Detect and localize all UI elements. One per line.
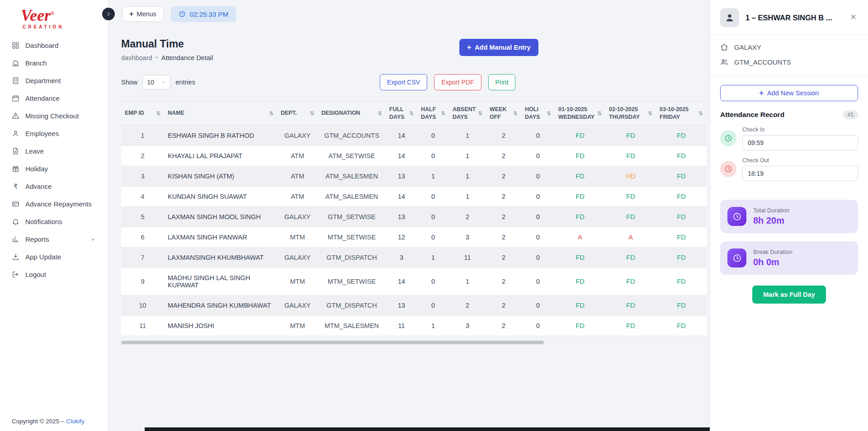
sort-icon[interactable]: ⇅ [547, 110, 551, 117]
day-status-cell[interactable]: FD [605, 145, 656, 166]
day-status-cell[interactable]: FD [555, 267, 605, 295]
horizontal-scrollbar[interactable] [121, 341, 710, 344]
breadcrumb-dashboard[interactable]: dashboard [121, 54, 152, 61]
check-out-input[interactable] [742, 166, 858, 181]
day-status-cell[interactable]: FD [605, 295, 656, 315]
column-header[interactable]: 01-10-2025 WEDNESDAY⇅ [555, 102, 605, 126]
day-status-cell[interactable]: FD [555, 206, 605, 227]
sort-icon[interactable]: ⇅ [156, 110, 160, 117]
sidebar-item-leave[interactable]: Leave [0, 142, 108, 160]
sort-icon[interactable]: ⇅ [478, 110, 482, 117]
column-header[interactable]: DESIGNATION⇅ [318, 102, 386, 126]
day-status-cell[interactable]: FD [656, 227, 707, 247]
day-status-cell[interactable]: FD [555, 186, 605, 206]
sort-icon[interactable]: ⇅ [409, 110, 414, 117]
day-status-cell[interactable]: HD [605, 166, 656, 186]
export-csv-button[interactable]: Export CSV [380, 74, 427, 90]
column-header[interactable]: HALF DAYS⇅ [417, 102, 449, 126]
day-status-cell[interactable]: FD [656, 315, 707, 336]
day-status-cell[interactable]: FD [555, 295, 605, 315]
sidebar-item-missing-checkout[interactable]: Missing Checkout [0, 107, 108, 125]
day-status-cell[interactable]: FD [555, 166, 605, 186]
day-status-cell[interactable]: FD [656, 125, 707, 145]
sidebar-item-holiday[interactable]: Holiday [0, 160, 108, 178]
sidebar-item-branch[interactable]: Branch [0, 54, 108, 72]
day-status-cell[interactable]: FD [605, 267, 656, 295]
sort-icon[interactable]: ⇅ [377, 110, 382, 117]
column-header[interactable]: DEPT.⇅ [277, 102, 318, 126]
day-status-cell[interactable]: FD [605, 186, 656, 206]
day-status-cell[interactable]: FD [555, 247, 605, 267]
column-header[interactable]: 03-10-2025 FRIDAY⇅ [656, 102, 707, 126]
page-size-select[interactable]: 10 [142, 75, 170, 89]
day-status-cell[interactable]: FD [656, 247, 707, 267]
clock-display[interactable]: 02:25:33 PM [171, 6, 236, 22]
table-row[interactable]: 5LAXMAN SINGH MOOL SINGHGALAXYGTM_SETWIS… [121, 206, 707, 227]
sort-icon[interactable]: ⇅ [441, 110, 445, 117]
scrollbar-thumb[interactable] [121, 341, 544, 344]
sidebar-item-advance[interactable]: ₹Advance [0, 178, 108, 195]
day-status-cell[interactable]: FD [656, 206, 707, 227]
sort-icon[interactable]: ⇅ [310, 110, 314, 117]
close-panel-button[interactable] [849, 12, 858, 23]
sidebar-item-advance-repayments[interactable]: Advance Repayments [0, 195, 108, 213]
sidebar-item-dashboard[interactable]: Dashboard [0, 37, 108, 54]
day-status-cell[interactable]: FD [555, 125, 605, 145]
add-new-session-button[interactable]: + Add New Session [720, 85, 858, 101]
sidebar-item-attendance[interactable]: Attendance [0, 89, 108, 107]
cell: LAXMAN SINGH MOOL SINGH [164, 206, 277, 227]
mark-full-day-button[interactable]: Mark as Full Day [752, 286, 826, 304]
sidebar-item-department[interactable]: Department [0, 72, 108, 89]
column-header[interactable]: 02-10-2025 THURSDAY⇅ [605, 102, 656, 126]
day-status-cell[interactable]: FD [605, 125, 656, 145]
day-status-cell[interactable]: FD [656, 166, 707, 186]
sidebar-item-notifications[interactable]: Notifications [0, 213, 108, 230]
cell: KISHAN SINGH (ATM) [164, 166, 277, 186]
day-status-cell[interactable]: FD [656, 267, 707, 295]
table-row[interactable]: 2KHAYALI LAL PRAJAPATATMATM_SETWISE14012… [121, 145, 707, 166]
sidebar-toggle-button[interactable] [101, 7, 116, 21]
column-header[interactable]: NAME⇅ [164, 102, 277, 126]
sidebar-item-employees[interactable]: Employees [0, 125, 108, 142]
table-row[interactable]: 3KISHAN SINGH (ATM)ATMATM_SALESMEN131120… [121, 166, 707, 186]
app-logo[interactable]: Veer® CREATION [0, 0, 108, 29]
add-manual-entry-button[interactable]: + Add Manual Entry [459, 39, 538, 56]
sort-icon[interactable]: ⇅ [648, 110, 652, 117]
day-status-cell[interactable]: FD [555, 145, 605, 166]
table-row[interactable]: 1ESHWAR SINGH B RATHODGALAXYGTM_ACCOUNTS… [121, 125, 707, 145]
day-status-cell[interactable]: A [555, 227, 605, 247]
table-row[interactable]: 6LAXMAN SINGH PANWARMTMMTM_SETWISE120320… [121, 227, 707, 247]
cell: 6 [121, 227, 164, 247]
column-header[interactable]: ABSENT DAYS⇅ [449, 102, 486, 126]
day-status-cell[interactable]: FD [605, 247, 656, 267]
sort-icon[interactable]: ⇅ [597, 110, 602, 117]
day-status-cell[interactable]: FD [555, 315, 605, 336]
column-header[interactable]: HOLI DAYS⇅ [521, 102, 555, 126]
column-header[interactable]: EMP ID⇅ [121, 102, 164, 126]
day-status-cell[interactable]: FD [656, 186, 707, 206]
day-status-cell[interactable]: A [605, 227, 656, 247]
day-status-cell[interactable]: FD [656, 145, 707, 166]
table-row[interactable]: 9MADHU SINGH LAL SINGH KUPAWATMTMMTM_SET… [121, 267, 707, 295]
print-button[interactable]: Print [488, 74, 516, 90]
day-status-cell[interactable]: FD [605, 206, 656, 227]
sidebar-item-app-update[interactable]: App Update [0, 248, 108, 266]
table-row[interactable]: 4KUNDAN SINGH SUAWATATMATM_SALESMEN14012… [121, 186, 707, 206]
sort-icon[interactable]: ⇅ [513, 110, 518, 117]
day-status-cell[interactable]: FD [656, 295, 707, 315]
table-row[interactable]: 10MAHENDRA SINGH KUMBHAWATGALAXYGTM_DISP… [121, 295, 707, 315]
sidebar-item-logout[interactable]: Logout [0, 266, 108, 283]
sidebar-item-reports[interactable]: Reports [0, 230, 108, 248]
cell: GALAXY [277, 125, 318, 145]
table-row[interactable]: 7LAXMANSINGH KHUMBHAWATGALAXYGTM_DISPATC… [121, 247, 707, 267]
sort-icon[interactable]: ⇅ [269, 110, 274, 117]
menus-button[interactable]: + Menus [122, 6, 164, 22]
check-in-input[interactable] [742, 135, 858, 150]
day-status-cell[interactable]: FD [605, 315, 656, 336]
export-pdf-button[interactable]: Export PDF [434, 74, 481, 90]
column-header[interactable]: WEEK OFF⇅ [486, 102, 521, 126]
column-header[interactable]: FULL DAYS⇅ [386, 102, 417, 126]
clokify-link[interactable]: Clokify [66, 418, 85, 425]
table-row[interactable]: 11MANISH JOSHIMTMMTM_SALESMEN111320FDFDF… [121, 315, 707, 336]
sort-icon[interactable]: ⇅ [698, 110, 703, 117]
